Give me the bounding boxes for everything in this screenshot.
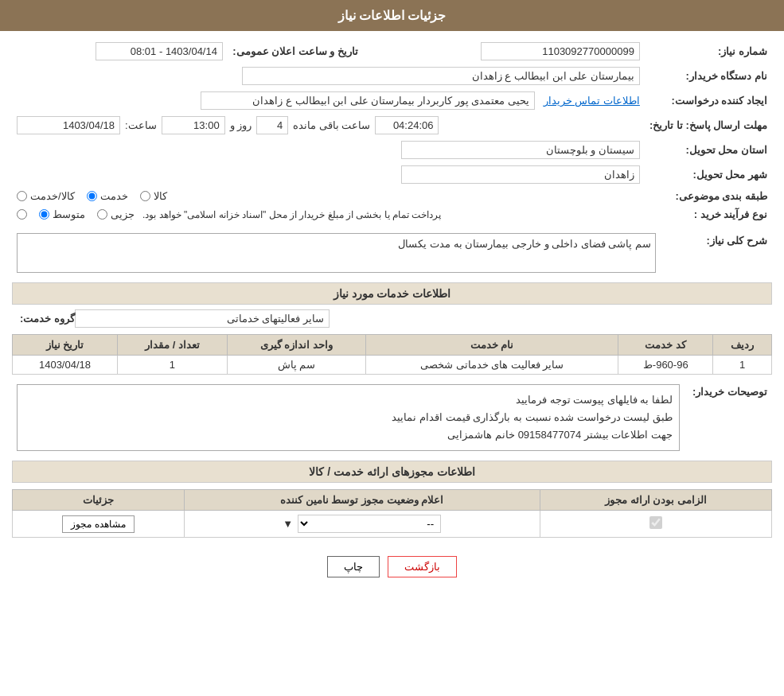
namDastgah-label: نام دستگاه خریدار:: [645, 64, 772, 88]
cell-tarikh: 1403/04/18: [13, 356, 118, 375]
tarikhElan-input: 1403/04/14 - 08:01: [96, 42, 223, 60]
info-table: شماره نیاز: 1103092770000099 تاریخ و ساع…: [12, 39, 772, 224]
mohlat-remaining-label: ساعت باقی مانده: [293, 119, 370, 131]
page-title: جزئیات اطلاعات نیاز: [338, 9, 447, 22]
tosih-line: جهت اطلاعات بیشتر 09158477074 خانم هاشمز…: [24, 426, 673, 444]
col-tedad: تعداد / مقدار: [117, 335, 227, 356]
ostan-label: استان محل تحویل:: [645, 138, 772, 162]
col-kod: کد خدمت: [618, 335, 713, 356]
farayand-jozi[interactable]: جزیی: [97, 208, 135, 220]
shahr-input: زاهدان: [401, 165, 640, 184]
view-permission-button[interactable]: مشاهده مجوز: [62, 515, 134, 533]
mohlat-remaining: 04:24:06: [375, 116, 439, 134]
sharhKoli-label: شرح کلی نیاز:: [661, 230, 772, 276]
farayand-other[interactable]: [17, 209, 27, 220]
shahr-value: زاهدان: [12, 162, 645, 187]
tabaqe-kala[interactable]: کالا: [140, 190, 167, 202]
tabaqe-khedmat[interactable]: خدمت: [87, 190, 128, 202]
cell-nam: سایر فعالیت های خدماتی شخصی: [365, 356, 618, 375]
ijadKonande-link[interactable]: اطلاعات تماس خریدار: [544, 95, 640, 107]
main-content: شماره نیاز: 1103092770000099 تاریخ و ساع…: [0, 31, 784, 597]
ijadKonande-label: ایجاد کننده درخواست:: [645, 88, 772, 113]
tarikhElan-value: 1403/04/14 - 08:01: [12, 39, 228, 64]
noeFarayand-label: نوع فرآیند خرید :: [645, 205, 772, 224]
col-radif: ردیف: [713, 335, 772, 356]
ostan-input: سیستان و بلوچستان: [401, 141, 640, 159]
cell-vahed: سم پاش: [227, 356, 365, 375]
tabaqe-radios: کالا/خدمت خدمت کالا: [12, 187, 645, 205]
grouhKhadamat-label: گروه خدمت:: [20, 313, 75, 325]
sharhKoli-box: سم پاشی فضای داخلی و خارجی بیمارستان به …: [17, 233, 656, 273]
mohlat-date: 1403/04/18: [17, 116, 120, 134]
page-wrapper: جزئیات اطلاعات نیاز شماره نیاز: 11030927…: [0, 0, 784, 696]
perm-col-details: جزئیات: [13, 490, 185, 511]
tosih-cell: لطفا به فایلهای پیوست توجه فرماییدطبق لی…: [12, 381, 685, 454]
tosih-line: طبق لیست درخواست شده نسبت به بارگذاری قی…: [24, 409, 673, 426]
cell-radif: 1: [713, 356, 772, 375]
services-table: ردیف کد خدمت نام خدمت واحد اندازه گیری ت…: [12, 334, 772, 375]
table-row: 1 960-96-ط سایر فعالیت های خدماتی شخصی س…: [13, 356, 772, 375]
perm-status-cell: -- ▼: [184, 511, 540, 538]
shomareNiaz-input: 1103092770000099: [481, 42, 640, 60]
cell-tedad: 1: [117, 356, 227, 375]
ijadKonande-input: یحیی معتمدی پور کاربردار بیمارستان علی ا…: [201, 91, 535, 110]
permissions-title: اطلاعات مجوزهای ارائه خدمت / کالا: [12, 461, 772, 483]
mohlat-label: مهلت ارسال پاسخ: تا تاریخ:: [645, 113, 772, 138]
grouhKhadamat-input: سایر فعالیتهای خدماتی: [75, 309, 330, 328]
tosih-table: توصیحات خریدار: لطفا به فایلهای پیوست تو…: [12, 381, 772, 454]
print-button[interactable]: چاپ: [327, 556, 380, 577]
col-vahed: واحد اندازه گیری: [227, 335, 365, 356]
ijadKonande-value: اطلاعات تماس خریدار یحیی معتمدی پور کارب…: [12, 88, 645, 113]
col-nam: نام خدمت: [365, 335, 618, 356]
tarikhElan-label: تاریخ و ساعت اعلان عمومی:: [228, 39, 363, 64]
tosih-box: لطفا به فایلهای پیوست توجه فرماییدطبق لی…: [17, 384, 680, 451]
sharhKoli-cell: سم پاشی فضای داخلی و خارجی بیمارستان به …: [12, 230, 661, 276]
page-header: جزئیات اطلاعات نیاز: [0, 0, 784, 31]
perm-elzami-cell: [540, 511, 771, 538]
mohlat-row: 1403/04/18 ساعت: 13:00 روز و 4 ساعت باقی…: [12, 113, 645, 138]
mohlat-time: 13:00: [162, 116, 225, 134]
mohlat-saaat-label: ساعت:: [125, 119, 157, 131]
noeFarayand-row: متوسط جزیی پرداخت تمام یا بخشی از مبلغ خ…: [12, 205, 645, 224]
farayand-mottaset[interactable]: متوسط: [39, 208, 85, 220]
perm-elzami-checkbox: [649, 516, 662, 529]
perm-col-status: اعلام وضعیت مجوز توسط نامین کننده: [184, 490, 540, 511]
footer-buttons: بازگشت چاپ: [12, 544, 772, 589]
khadamat-title: اطلاعات خدمات مورد نیاز: [12, 282, 772, 305]
shahr-label: شهر محل تحویل:: [645, 162, 772, 187]
shomareNiaz-label: شماره نیاز:: [645, 39, 772, 64]
dropdown-icon: ▼: [283, 518, 293, 530]
col-tarikh: تاریخ نیاز: [13, 335, 118, 356]
tabaqe-kala-khedmat[interactable]: کالا/خدمت: [17, 190, 75, 202]
cell-kod: 960-96-ط: [618, 356, 713, 375]
permissions-table: الزامی بودن ارائه مجوز اعلام وضعیت مجوز …: [12, 489, 772, 538]
perm-row: -- ▼ مشاهده مجوز: [13, 511, 772, 538]
namDastgah-input: بیمارستان علی ابن ابیطالب ع زاهدان: [242, 67, 640, 85]
shomareNiaz-value: 1103092770000099: [379, 39, 645, 64]
ostan-value: سیستان و بلوچستان: [12, 138, 645, 162]
perm-status-select[interactable]: --: [298, 515, 441, 533]
tosih-label: توصیحات خریدار:: [685, 381, 772, 454]
perm-col-elzami: الزامی بودن ارائه مجوز: [540, 490, 771, 511]
mohlat-rooz-label: روز و: [230, 119, 252, 131]
tosih-line: لطفا به فایلهای پیوست توجه فرمایید: [24, 391, 673, 409]
tabaqe-label: طبقه بندی موضوعی:: [645, 187, 772, 205]
perm-details-cell: مشاهده مجوز: [13, 511, 185, 538]
mohlat-days: 4: [256, 116, 288, 134]
back-button[interactable]: بازگشت: [388, 556, 457, 577]
noeFarayand-desc: پرداخت تمام یا بخشی از مبلغ خریدار از مح…: [142, 209, 441, 220]
namDastgah-value: بیمارستان علی ابن ابیطالب ع زاهدان: [12, 64, 645, 88]
grouh-khadamat-row: گروه خدمت: سایر فعالیتهای خدماتی: [12, 309, 772, 328]
sharh-table: شرح کلی نیاز: سم پاشی فضای داخلی و خارجی…: [12, 230, 772, 276]
